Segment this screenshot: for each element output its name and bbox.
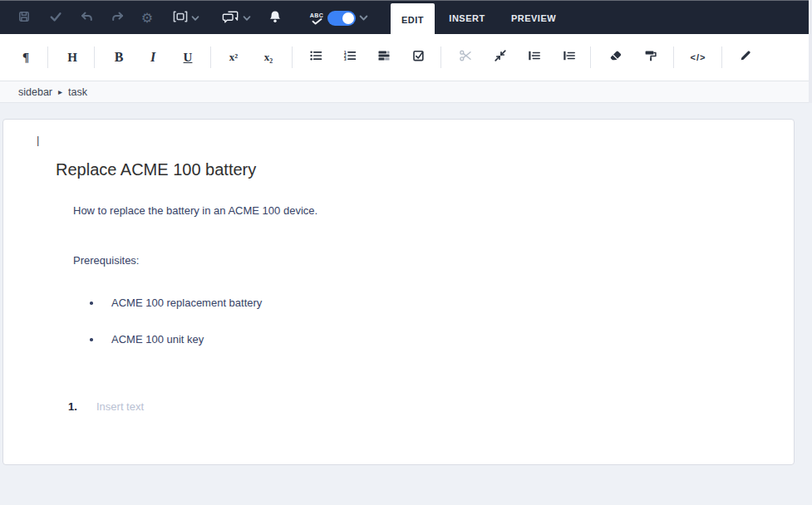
subscript-button[interactable]: x₂ (256, 34, 281, 81)
toggle-knob (342, 12, 354, 24)
tab-insert[interactable]: INSERT (438, 2, 496, 35)
bullet-item[interactable]: ACME 100 replacement battery (111, 296, 262, 311)
outdent-button[interactable] (522, 34, 547, 81)
superscript-button[interactable]: x² (221, 34, 246, 81)
heading-icon: H (67, 51, 77, 65)
pencil-icon (739, 49, 752, 66)
tab-edit[interactable]: EDIT (391, 3, 435, 36)
bullet-marker (90, 338, 93, 341)
breadcrumb-item-sidebar[interactable]: sidebar (18, 86, 52, 98)
breadcrumb: sidebar ▸ task (0, 81, 812, 103)
breadcrumb-item-task[interactable]: task (68, 86, 87, 98)
ordered-list-button[interactable]: 123 (337, 34, 362, 81)
collapse-arrows-icon (494, 49, 507, 66)
underline-icon: U (184, 51, 193, 65)
document-title[interactable]: Replace ACME 100 battery (56, 159, 256, 180)
bullet-item[interactable]: ACME 100 unit key (111, 332, 204, 347)
code-icon: </> (691, 52, 706, 62)
pilcrow-icon: ¶ (22, 51, 29, 65)
bullet-marker (90, 302, 93, 305)
expand-frame-icon (173, 11, 188, 26)
insert-text-placeholder[interactable]: Insert text (96, 400, 144, 414)
text-cursor: | (37, 134, 39, 146)
outdent-icon (528, 49, 541, 66)
tab-preview-label: PREVIEW (511, 13, 556, 23)
gear-icon: ⚙ (141, 12, 153, 25)
subscript-icon: x₂ (264, 51, 273, 64)
settings-button[interactable]: ⚙ (135, 2, 159, 35)
ordered-item-number: 1. (68, 400, 77, 414)
intro-paragraph[interactable]: How to replace the battery in an ACME 10… (73, 203, 317, 218)
eraser-icon (609, 49, 623, 66)
approve-button[interactable] (44, 2, 67, 35)
toolbar-separator (721, 47, 722, 68)
italic-button[interactable]: I (140, 34, 165, 81)
tab-preview[interactable]: PREVIEW (502, 2, 565, 35)
top-menu-bar: ⚙ (0, 0, 812, 34)
save-button[interactable] (12, 2, 36, 35)
edit-pencil-button[interactable] (733, 34, 758, 81)
toolbar-separator (94, 47, 95, 68)
ordered-list-icon: 123 (343, 49, 357, 66)
toolbar-separator (47, 47, 48, 68)
comments-icon (222, 10, 239, 27)
collapse-arrows-button[interactable] (488, 34, 513, 81)
toolbar-separator (590, 47, 591, 68)
undo-icon (80, 10, 93, 27)
editor-window: ⚙ (0, 0, 812, 505)
comments-menu-button[interactable] (217, 2, 255, 35)
definition-list-icon (377, 49, 391, 66)
toggle-dropdown-button[interactable] (353, 2, 373, 35)
toolbar-separator (292, 47, 293, 68)
breadcrumb-separator-icon: ▸ (58, 87, 62, 96)
bell-icon (268, 10, 282, 27)
toolbar-separator (673, 47, 674, 68)
save-icon (17, 10, 31, 27)
definition-list-button[interactable] (372, 34, 396, 81)
tab-insert-label: INSERT (449, 13, 485, 23)
cut-button[interactable] (453, 34, 478, 81)
superscript-icon: x² (229, 51, 238, 64)
check-icon (49, 10, 62, 27)
toolbar-separator (210, 47, 211, 68)
paint-format-button[interactable] (638, 34, 663, 81)
bold-button[interactable]: B (106, 34, 131, 81)
formatting-toolbar: ¶ H B I U x² x₂ (0, 34, 812, 81)
document-editor-surface[interactable]: | Replace ACME 100 battery How to replac… (2, 119, 795, 465)
svg-text:3: 3 (344, 56, 347, 61)
chevron-down-icon (191, 11, 199, 26)
indent-button[interactable] (557, 34, 582, 81)
fullscreen-menu-button[interactable] (168, 2, 204, 35)
redo-icon (111, 10, 125, 27)
indent-icon (563, 49, 576, 66)
toolbar-separator (440, 47, 441, 68)
bullet-list-button[interactable] (303, 34, 328, 81)
prerequisites-label[interactable]: Prerequisites: (73, 253, 139, 268)
undo-button[interactable] (75, 2, 98, 35)
redo-button[interactable] (106, 2, 130, 35)
paint-roller-icon (644, 49, 657, 66)
source-code-button[interactable]: </> (686, 34, 711, 81)
spellcheck-abc-icon: ABC (310, 12, 323, 25)
paragraph-button[interactable]: ¶ (13, 34, 38, 81)
scissors-icon (459, 49, 472, 66)
underline-button[interactable]: U (175, 34, 200, 81)
notifications-button[interactable] (263, 2, 287, 35)
chevron-down-icon (243, 11, 251, 26)
checkbox-check-icon (412, 49, 426, 66)
spellcheck-button[interactable]: ABC (306, 2, 327, 35)
remove-formatting-button[interactable] (603, 34, 628, 81)
task-list-button[interactable] (406, 34, 431, 81)
heading-button[interactable]: H (60, 34, 85, 81)
italic-icon: I (150, 50, 155, 65)
window-edge (809, 0, 812, 103)
chevron-down-icon (359, 11, 368, 26)
bullet-list-icon (309, 49, 322, 66)
tab-edit-label: EDIT (401, 15, 424, 25)
bold-icon: B (115, 50, 124, 65)
spellcheck-toggle[interactable] (327, 11, 356, 26)
